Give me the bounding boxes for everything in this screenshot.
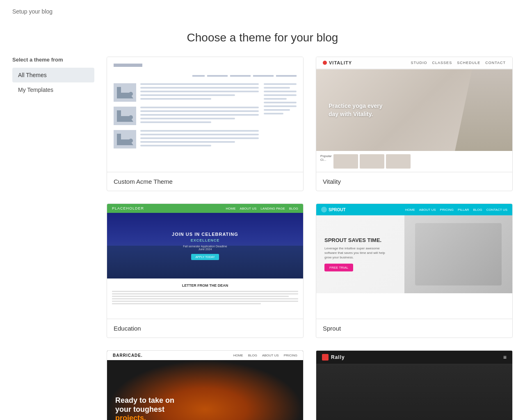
- acme-nav: [114, 75, 297, 77]
- sidebar-label: Select a theme from: [12, 57, 94, 63]
- sidebar-item-my-templates[interactable]: My Templates: [12, 82, 94, 97]
- edu-hero: JOIN US IN CELEBRATING EXCELLENCE Fall s…: [107, 213, 303, 278]
- theme-preview-sprout: SPROUT HOME ABOUT US PRICING PILLAR BLOG…: [316, 204, 512, 319]
- barricade-nav: BARRICADE. HOME BLOG ABOUT US PRICING: [107, 351, 303, 360]
- theme-card-vitality[interactable]: VITALITY STUDIO CLASSES SCHEDULE CONTACT…: [316, 57, 513, 191]
- theme-card-education[interactable]: PLACEHOLDER HOME ABOUT US LANDING PAGE B…: [107, 203, 304, 338]
- theme-card-barricade[interactable]: BARRICADE. HOME BLOG ABOUT US PRICING Re…: [107, 350, 304, 420]
- edu-nav: PLACEHOLDER HOME ABOUT US LANDING PAGE B…: [107, 204, 303, 213]
- rally-nav: Rally ≡: [316, 351, 512, 364]
- theme-card-sprout[interactable]: SPROUT HOME ABOUT US PRICING PILLAR BLOG…: [316, 203, 513, 338]
- top-bar: Setup your blog: [0, 0, 525, 23]
- sidebar-item-all-themes[interactable]: All Themes: [12, 68, 94, 82]
- main-layout: Select a theme from All Themes My Templa…: [0, 57, 525, 420]
- rally-hero: Welcome to Rally: [316, 364, 512, 420]
- theme-name-custom-acme: Custom Acme Theme: [107, 172, 303, 191]
- edu-section: LETTER FROM THE DEAN: [107, 278, 303, 309]
- themes-grid: Custom Acme Theme VITALITY STUDIO CLASSE…: [107, 57, 513, 420]
- theme-card-custom-acme[interactable]: Custom Acme Theme: [107, 57, 304, 191]
- theme-preview-education: PLACEHOLDER HOME ABOUT US LANDING PAGE B…: [107, 204, 303, 319]
- acme-img-1: [114, 83, 136, 102]
- vitality-nav: VITALITY STUDIO CLASSES SCHEDULE CONTACT: [316, 57, 512, 68]
- sidebar: Select a theme from All Themes My Templa…: [12, 57, 94, 420]
- acme-row-3: [114, 130, 259, 148]
- acme-img-3: [114, 130, 136, 148]
- theme-preview-rally: Rally ≡ Welcome to Rally: [316, 351, 512, 420]
- acme-img-2: [114, 107, 136, 125]
- acme-header-bar: [114, 64, 142, 67]
- theme-name-sprout: Sprout: [316, 319, 512, 338]
- theme-preview-acme: [107, 57, 303, 172]
- vitality-thumbnails: PopularCl...: [316, 151, 512, 172]
- sprout-nav: SPROUT HOME ABOUT US PRICING PILLAR BLOG…: [316, 204, 512, 215]
- themes-grid-container: Custom Acme Theme VITALITY STUDIO CLASSE…: [107, 57, 513, 420]
- sprout-hero: SPROUT SAVES TIME. Leverage the intuitiv…: [316, 215, 512, 293]
- barricade-hero: Ready to take onyour toughestprojects. P…: [107, 360, 303, 420]
- setup-label: Setup your blog: [12, 8, 52, 15]
- theme-name-education: Education: [107, 319, 303, 338]
- theme-name-vitality: Vitality: [316, 172, 512, 191]
- acme-row-2: [114, 107, 259, 125]
- theme-preview-barricade: BARRICADE. HOME BLOG ABOUT US PRICING Re…: [107, 351, 303, 420]
- theme-preview-vitality: VITALITY STUDIO CLASSES SCHEDULE CONTACT…: [316, 57, 512, 172]
- acme-row-1: [114, 83, 259, 102]
- vitality-hero: Practice yoga everyday with Vitality.: [316, 69, 512, 151]
- page-title: Choose a theme for your blog: [0, 23, 525, 57]
- theme-card-rally[interactable]: Rally ≡ Welcome to Rally Rally: [316, 350, 513, 420]
